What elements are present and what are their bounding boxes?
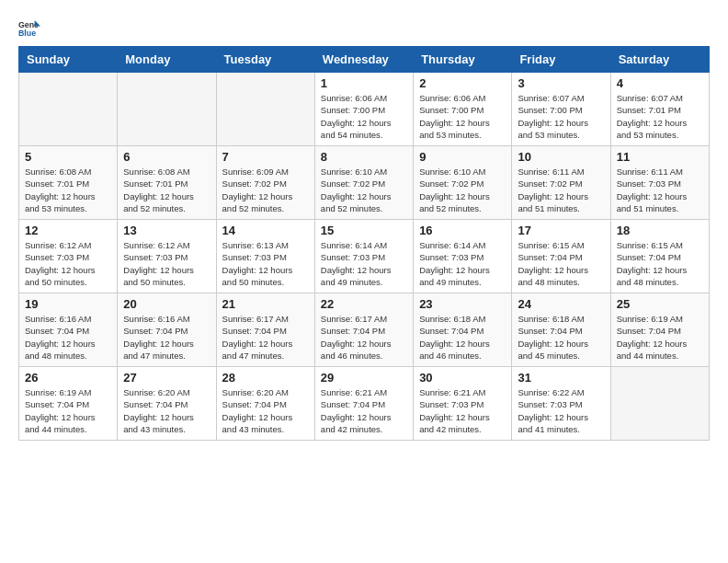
day-info: Sunrise: 6:08 AM Sunset: 7:01 PM Dayligh… <box>123 166 210 214</box>
day-info: Sunrise: 6:18 AM Sunset: 7:04 PM Dayligh… <box>419 313 506 362</box>
day-number: 27 <box>123 371 210 385</box>
calendar-cell: 30Sunrise: 6:21 AM Sunset: 7:03 PM Dayli… <box>414 367 512 441</box>
calendar-cell: 15Sunrise: 6:14 AM Sunset: 7:03 PM Dayli… <box>314 220 413 293</box>
day-info: Sunrise: 6:22 AM Sunset: 7:03 PM Dayligh… <box>518 386 604 435</box>
day-number: 18 <box>617 224 703 237</box>
day-info: Sunrise: 6:12 AM Sunset: 7:03 PM Dayligh… <box>123 239 210 288</box>
day-number: 21 <box>222 297 309 311</box>
day-header-sunday: Sunday <box>19 47 118 73</box>
day-header-monday: Monday <box>118 47 216 73</box>
logo: Gene Blue <box>18 18 44 37</box>
calendar-cell: 31Sunrise: 6:22 AM Sunset: 7:03 PM Dayli… <box>512 367 610 441</box>
day-number: 25 <box>617 297 703 311</box>
day-info: Sunrise: 6:07 AM Sunset: 7:01 PM Dayligh… <box>617 92 703 141</box>
day-number: 24 <box>518 297 604 311</box>
day-number: 23 <box>419 297 506 311</box>
day-number: 12 <box>25 224 111 237</box>
day-number: 15 <box>321 224 407 237</box>
day-info: Sunrise: 6:08 AM Sunset: 7:01 PM Dayligh… <box>25 166 111 214</box>
calendar-cell: 13Sunrise: 6:12 AM Sunset: 7:03 PM Dayli… <box>118 220 216 293</box>
calendar-week-4: 19Sunrise: 6:16 AM Sunset: 7:04 PM Dayli… <box>19 293 710 367</box>
day-number: 26 <box>25 371 111 385</box>
calendar-week-1: 1Sunrise: 6:06 AM Sunset: 7:00 PM Daylig… <box>19 73 710 146</box>
calendar-cell: 21Sunrise: 6:17 AM Sunset: 7:04 PM Dayli… <box>216 293 314 367</box>
calendar-cell: 28Sunrise: 6:20 AM Sunset: 7:04 PM Dayli… <box>216 367 314 441</box>
day-info: Sunrise: 6:21 AM Sunset: 7:03 PM Dayligh… <box>419 386 506 435</box>
day-number: 31 <box>518 371 604 385</box>
calendar-cell: 16Sunrise: 6:14 AM Sunset: 7:03 PM Dayli… <box>414 220 512 293</box>
day-info: Sunrise: 6:18 AM Sunset: 7:04 PM Dayligh… <box>518 313 604 362</box>
calendar-header-row: SundayMondayTuesdayWednesdayThursdayFrid… <box>19 47 710 73</box>
day-number: 1 <box>321 76 407 90</box>
day-info: Sunrise: 6:06 AM Sunset: 7:00 PM Dayligh… <box>321 92 407 141</box>
day-info: Sunrise: 6:07 AM Sunset: 7:00 PM Dayligh… <box>518 92 604 141</box>
calendar-cell: 25Sunrise: 6:19 AM Sunset: 7:04 PM Dayli… <box>610 293 709 367</box>
calendar-cell: 19Sunrise: 6:16 AM Sunset: 7:04 PM Dayli… <box>19 293 118 367</box>
day-number: 8 <box>321 150 407 164</box>
day-info: Sunrise: 6:09 AM Sunset: 7:02 PM Dayligh… <box>222 166 309 214</box>
calendar-cell: 4Sunrise: 6:07 AM Sunset: 7:01 PM Daylig… <box>610 73 709 146</box>
day-info: Sunrise: 6:15 AM Sunset: 7:04 PM Dayligh… <box>617 239 703 288</box>
day-info: Sunrise: 6:11 AM Sunset: 7:02 PM Dayligh… <box>518 166 604 214</box>
day-number: 11 <box>617 150 703 164</box>
day-info: Sunrise: 6:11 AM Sunset: 7:03 PM Dayligh… <box>617 166 703 214</box>
day-info: Sunrise: 6:16 AM Sunset: 7:04 PM Dayligh… <box>25 313 111 362</box>
day-header-saturday: Saturday <box>610 47 709 73</box>
calendar-table: SundayMondayTuesdayWednesdayThursdayFrid… <box>18 46 710 441</box>
day-info: Sunrise: 6:21 AM Sunset: 7:04 PM Dayligh… <box>321 386 407 435</box>
day-number: 30 <box>419 371 506 385</box>
calendar-cell: 18Sunrise: 6:15 AM Sunset: 7:04 PM Dayli… <box>610 220 709 293</box>
calendar-cell: 24Sunrise: 6:18 AM Sunset: 7:04 PM Dayli… <box>512 293 610 367</box>
day-info: Sunrise: 6:17 AM Sunset: 7:04 PM Dayligh… <box>222 313 309 362</box>
calendar-cell: 22Sunrise: 6:17 AM Sunset: 7:04 PM Dayli… <box>314 293 413 367</box>
day-info: Sunrise: 6:10 AM Sunset: 7:02 PM Dayligh… <box>321 166 407 214</box>
calendar-cell: 11Sunrise: 6:11 AM Sunset: 7:03 PM Dayli… <box>610 146 709 220</box>
calendar-cell: 10Sunrise: 6:11 AM Sunset: 7:02 PM Dayli… <box>512 146 610 220</box>
day-header-tuesday: Tuesday <box>216 47 314 73</box>
calendar-cell: 17Sunrise: 6:15 AM Sunset: 7:04 PM Dayli… <box>512 220 610 293</box>
calendar-cell <box>610 367 709 441</box>
calendar-cell: 7Sunrise: 6:09 AM Sunset: 7:02 PM Daylig… <box>216 146 314 220</box>
calendar-week-2: 5Sunrise: 6:08 AM Sunset: 7:01 PM Daylig… <box>19 146 710 220</box>
calendar-cell: 26Sunrise: 6:19 AM Sunset: 7:04 PM Dayli… <box>19 367 118 441</box>
day-info: Sunrise: 6:16 AM Sunset: 7:04 PM Dayligh… <box>123 313 210 362</box>
calendar-cell: 14Sunrise: 6:13 AM Sunset: 7:03 PM Dayli… <box>216 220 314 293</box>
calendar-cell <box>118 73 216 146</box>
day-number: 29 <box>321 371 407 385</box>
day-number: 13 <box>123 224 210 237</box>
day-info: Sunrise: 6:13 AM Sunset: 7:03 PM Dayligh… <box>222 239 309 288</box>
day-number: 5 <box>25 150 111 164</box>
logo-icon: Gene Blue <box>18 18 40 37</box>
day-info: Sunrise: 6:20 AM Sunset: 7:04 PM Dayligh… <box>222 386 309 435</box>
calendar-cell: 5Sunrise: 6:08 AM Sunset: 7:01 PM Daylig… <box>19 146 118 220</box>
calendar-cell <box>19 73 118 146</box>
calendar-cell: 23Sunrise: 6:18 AM Sunset: 7:04 PM Dayli… <box>414 293 512 367</box>
day-number: 14 <box>222 224 309 237</box>
calendar-cell: 29Sunrise: 6:21 AM Sunset: 7:04 PM Dayli… <box>314 367 413 441</box>
day-number: 28 <box>222 371 309 385</box>
day-info: Sunrise: 6:19 AM Sunset: 7:04 PM Dayligh… <box>617 313 703 362</box>
calendar-week-5: 26Sunrise: 6:19 AM Sunset: 7:04 PM Dayli… <box>19 367 710 441</box>
day-header-friday: Friday <box>512 47 610 73</box>
calendar-cell: 8Sunrise: 6:10 AM Sunset: 7:02 PM Daylig… <box>314 146 413 220</box>
day-info: Sunrise: 6:14 AM Sunset: 7:03 PM Dayligh… <box>321 239 407 288</box>
day-info: Sunrise: 6:12 AM Sunset: 7:03 PM Dayligh… <box>25 239 111 288</box>
day-number: 22 <box>321 297 407 311</box>
calendar-cell <box>216 73 314 146</box>
day-number: 4 <box>617 76 703 90</box>
day-number: 7 <box>222 150 309 164</box>
svg-text:Blue: Blue <box>18 29 36 37</box>
day-number: 16 <box>419 224 506 237</box>
day-number: 6 <box>123 150 210 164</box>
day-info: Sunrise: 6:10 AM Sunset: 7:02 PM Dayligh… <box>419 166 506 214</box>
calendar-cell: 2Sunrise: 6:06 AM Sunset: 7:00 PM Daylig… <box>414 73 512 146</box>
day-header-thursday: Thursday <box>414 47 512 73</box>
calendar-cell: 12Sunrise: 6:12 AM Sunset: 7:03 PM Dayli… <box>19 220 118 293</box>
calendar-cell: 9Sunrise: 6:10 AM Sunset: 7:02 PM Daylig… <box>414 146 512 220</box>
day-info: Sunrise: 6:06 AM Sunset: 7:00 PM Dayligh… <box>419 92 506 141</box>
day-info: Sunrise: 6:14 AM Sunset: 7:03 PM Dayligh… <box>419 239 506 288</box>
calendar-cell: 6Sunrise: 6:08 AM Sunset: 7:01 PM Daylig… <box>118 146 216 220</box>
day-number: 17 <box>518 224 604 237</box>
day-number: 3 <box>518 76 604 90</box>
day-info: Sunrise: 6:17 AM Sunset: 7:04 PM Dayligh… <box>321 313 407 362</box>
